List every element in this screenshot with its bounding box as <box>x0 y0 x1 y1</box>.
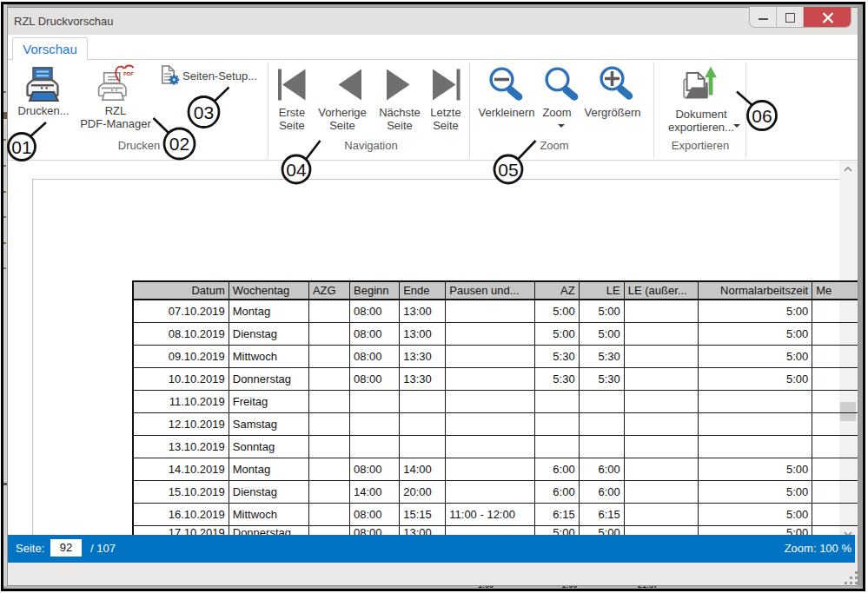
svg-text:PDF: PDF <box>123 71 134 76</box>
